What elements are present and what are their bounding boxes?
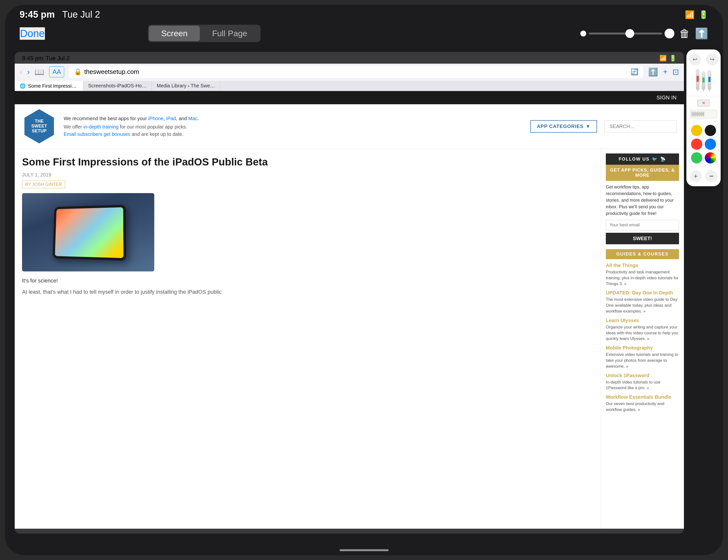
tools-panel: ↩ ↪ bbox=[686, 49, 721, 186]
guide-item-3: Mobile Photography Extensive video tutor… bbox=[606, 345, 679, 369]
guide-title-0[interactable]: All the Things bbox=[606, 263, 679, 268]
sidebar-follow-us: FOLLOW US 🐦 📡 bbox=[606, 154, 679, 165]
browser-wifi-icon: 📶 bbox=[659, 55, 667, 62]
article-date: JULY 1, 2019 bbox=[22, 172, 593, 178]
tab-screen[interactable]: Screen bbox=[149, 26, 200, 41]
undo-icon: ↩ bbox=[693, 56, 697, 63]
slider-thumb[interactable] bbox=[625, 29, 634, 38]
reload-button[interactable]: 🔄 bbox=[631, 68, 638, 76]
redo-icon: ↪ bbox=[710, 56, 714, 63]
dropdown-arrow-icon: ▼ bbox=[585, 124, 591, 129]
sidebar-sweet-button[interactable]: SWEET! bbox=[606, 233, 679, 244]
guide-item-4: Unlock 1Password In-depth video tutorial… bbox=[606, 373, 679, 391]
guide-desc-3: Extensive video tutorials and training t… bbox=[606, 352, 679, 369]
ellipsis-icon: ••• bbox=[710, 174, 713, 179]
done-button[interactable]: Done bbox=[20, 27, 45, 40]
back-button[interactable]: ‹ bbox=[20, 67, 22, 76]
screen-tabs: Screen Full Page bbox=[148, 25, 260, 42]
drawing-tools-panel: ↩ ↪ bbox=[684, 45, 723, 541]
tool-divider-2 bbox=[689, 122, 718, 122]
slider-track[interactable] bbox=[589, 33, 662, 35]
green-pen-tool[interactable] bbox=[702, 72, 705, 92]
blue-pen-tool[interactable] bbox=[708, 70, 711, 92]
tabs-button[interactable]: ⊡ bbox=[672, 67, 679, 77]
undo-redo-row: ↩ ↪ bbox=[689, 53, 718, 66]
zoom-slider[interactable] bbox=[580, 29, 674, 38]
guide-title-5[interactable]: Workflow Essentials Bundle bbox=[606, 394, 679, 400]
guide-item-1: UPDATED: Day One In Depth The most exten… bbox=[606, 290, 679, 314]
green-swatch[interactable] bbox=[691, 152, 702, 164]
browser-actions: ⬆️ + ⊡ bbox=[648, 67, 679, 77]
eraser-tool[interactable]: ✕ bbox=[697, 100, 710, 107]
slider-max-icon bbox=[665, 29, 674, 38]
red-pen-tool[interactable] bbox=[696, 69, 699, 92]
forward-button[interactable]: › bbox=[27, 67, 30, 76]
ipad-device-screen bbox=[55, 207, 123, 258]
guide-item-2: Learn Ulysses Organize your writing and … bbox=[606, 318, 679, 342]
yellow-swatch[interactable] bbox=[691, 125, 702, 136]
browser-status-date: Tue Jul 2 bbox=[46, 55, 70, 62]
tagline-main: We recommend the best apps for your iPho… bbox=[64, 115, 523, 122]
battery-icon: 🔋 bbox=[699, 10, 708, 19]
browser-status-time: 9:45 pm bbox=[22, 55, 43, 62]
new-tab-button[interactable]: + bbox=[663, 67, 668, 77]
article-author[interactable]: BY JOSH GINTER bbox=[22, 181, 65, 188]
url-text: thesweetsetup.com bbox=[84, 68, 139, 76]
main-area: 9:45 pm Tue Jul 2 📶 🔋 ‹ › 📖 AA 🔒 theswee… bbox=[5, 45, 723, 541]
browser-tab-1[interactable]: Screenshots-iPadOS-How-To-9.jpeg 2,973×2… bbox=[83, 81, 152, 91]
guide-title-1[interactable]: UPDATED: Day One In Depth bbox=[606, 290, 679, 296]
site-header: SIGN IN bbox=[15, 91, 684, 104]
more-tools-button[interactable]: ••• bbox=[705, 170, 717, 182]
couch-background bbox=[22, 193, 154, 272]
app-categories-label: APP CATEGORIES bbox=[537, 124, 584, 129]
blue-swatch[interactable] bbox=[705, 139, 716, 150]
sidebar-email-input[interactable] bbox=[606, 220, 679, 230]
reader-mode-button[interactable]: AA bbox=[49, 66, 64, 77]
website-content: SIGN IN THE SWEET SETUP We recomm bbox=[15, 91, 684, 529]
sidebar-guides-header: GUIDES & COURSES bbox=[606, 249, 679, 259]
twitter-icon[interactable]: 🐦 bbox=[652, 156, 658, 162]
guide-desc-5: Our seven best productivity and workflow… bbox=[606, 401, 679, 413]
article-image bbox=[22, 193, 154, 272]
browser-nav-bar: ‹ › 📖 AA 🔒 thesweetsetup.com 🔄 ⬆️ + ⊡ bbox=[15, 64, 684, 81]
undo-button[interactable]: ↩ bbox=[689, 53, 701, 66]
multicolor-swatch[interactable] bbox=[705, 152, 716, 164]
add-tool-button[interactable]: + bbox=[690, 170, 702, 182]
tools-bottom-row: + ••• bbox=[690, 170, 717, 182]
home-indicator[interactable] bbox=[340, 549, 389, 551]
guide-title-2[interactable]: Learn Ulysses bbox=[606, 318, 679, 323]
browser-tab-2[interactable]: Media Library › The Sweet Setup — WordPr… bbox=[152, 81, 220, 91]
tab-full-page[interactable]: Full Page bbox=[200, 26, 260, 41]
search-input[interactable] bbox=[604, 120, 677, 132]
red-swatch[interactable] bbox=[691, 139, 702, 150]
guide-title-3[interactable]: Mobile Photography bbox=[606, 345, 679, 351]
guide-desc-2: Organize your writing and capture your i… bbox=[606, 324, 679, 342]
trash-button[interactable]: 🗑 bbox=[679, 27, 690, 40]
color-row-3 bbox=[691, 152, 716, 164]
sign-in-button[interactable]: SIGN IN bbox=[656, 95, 677, 101]
lock-icon: 🔒 bbox=[74, 68, 82, 76]
browser-tab-0[interactable]: 🌐 Some First Impressions of the iPadOS P… bbox=[15, 81, 83, 91]
browser-status-bar: 9:45 pm Tue Jul 2 📶 🔋 bbox=[15, 52, 684, 64]
tagline-bonus: Email subscribers get bonuses and are ke… bbox=[64, 131, 523, 138]
share-button[interactable]: ⬆️ bbox=[695, 27, 708, 40]
app-categories-button[interactable]: APP CATEGORIES ▼ bbox=[530, 120, 597, 133]
site-logo[interactable]: THE SWEET SETUP bbox=[22, 109, 56, 144]
ruler-tool[interactable] bbox=[690, 110, 717, 118]
rss-icon[interactable]: 📡 bbox=[660, 156, 666, 162]
eraser-body: ✕ bbox=[697, 100, 710, 107]
top-toolbar: Done Screen Full Page 🗑 ⬆️ bbox=[5, 22, 723, 45]
article-title: Some First Impressions of the iPadOS Pub… bbox=[22, 156, 593, 168]
guide-title-4[interactable]: Unlock 1Password bbox=[606, 373, 679, 378]
browser-battery-icon: 🔋 bbox=[669, 55, 677, 62]
ipad-frame: 9:45 pm Tue Jul 2 📶 🔋 Done Screen Full P… bbox=[5, 5, 723, 555]
redo-button[interactable]: ↪ bbox=[706, 53, 718, 66]
black-swatch[interactable] bbox=[705, 125, 716, 136]
toolbar-right: 🗑 ⬆️ bbox=[580, 27, 708, 40]
bookmarks-button[interactable]: 📖 bbox=[35, 67, 44, 77]
guide-item-0: All the Things Productivity and task man… bbox=[606, 263, 679, 286]
share-action-button[interactable]: ⬆️ bbox=[648, 67, 658, 77]
color-row-2 bbox=[691, 139, 716, 150]
url-bar[interactable]: 🔒 thesweetsetup.com 🔄 bbox=[69, 66, 643, 78]
logo-line-3: SETUP bbox=[31, 129, 47, 134]
